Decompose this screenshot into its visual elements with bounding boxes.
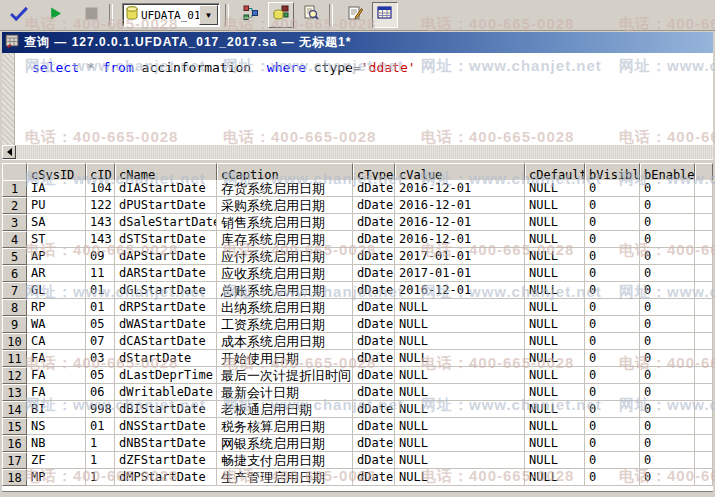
cell-bEnable[interactable]: 0 (640, 367, 695, 384)
cell-cDefault[interactable]: NULL (525, 282, 585, 299)
cell-bEnable[interactable]: 0 (640, 180, 695, 197)
row-number-cell[interactable]: 4 (2, 231, 27, 248)
cell-cType[interactable]: dDate (353, 299, 395, 316)
cell-cID[interactable]: 1 (86, 435, 115, 452)
cell-cDefault[interactable]: NULL (525, 452, 585, 469)
cell-cID[interactable]: 998 (86, 401, 115, 418)
cell-cType[interactable]: dDate (353, 248, 395, 265)
title-bar[interactable]: 查询 — 127.0.0.1.UFDATA_017_2017.sa — 无标题1… (2, 32, 713, 53)
cell-cSysID[interactable]: NS (27, 418, 86, 435)
cell-cDefault[interactable]: NULL (525, 231, 585, 248)
cell-cValue[interactable]: NULL (395, 299, 525, 316)
cell-cValue[interactable]: NULL (395, 435, 525, 452)
cell-cSysID[interactable]: BI (27, 401, 86, 418)
cell-cValue[interactable]: 2016-12-01 (395, 197, 525, 214)
cell-cID[interactable]: 01 (86, 299, 115, 316)
cell-cCaption[interactable]: 库存系统启用日期 (217, 231, 353, 248)
cell-cDefault[interactable]: NULL (525, 350, 585, 367)
cell-cCaption[interactable]: 采购系统启用日期 (217, 197, 353, 214)
results-hscrollbar[interactable] (2, 491, 713, 497)
cell-cValue[interactable]: 2017-01-01 (395, 265, 525, 282)
cell-cID[interactable]: 03 (86, 350, 115, 367)
cell-cValue[interactable]: NULL (395, 469, 525, 486)
cell-bVisible[interactable]: 0 (585, 299, 640, 316)
cell-bVisible[interactable]: 0 (585, 452, 640, 469)
cell-cID[interactable]: 1 (86, 469, 115, 486)
cell-cSysID[interactable]: AP (27, 248, 86, 265)
cell-cDefault[interactable]: NULL (525, 214, 585, 231)
cell-bEnable[interactable]: 0 (640, 384, 695, 401)
cell-bVisible[interactable]: 0 (585, 231, 640, 248)
cell-cType[interactable]: dDate (353, 384, 395, 401)
cell-cType[interactable]: dDate (353, 452, 395, 469)
cell-cName[interactable]: dSTStartDate (115, 231, 217, 248)
cell-cDefault[interactable]: NULL (525, 435, 585, 452)
cell-cDefault[interactable]: NULL (525, 418, 585, 435)
cancel-query-button[interactable] (78, 2, 104, 28)
cell-cType[interactable]: dDate (353, 418, 395, 435)
cell-cValue[interactable]: 2016-12-01 (395, 282, 525, 299)
cell-cType[interactable]: dDate (353, 367, 395, 384)
cell-cValue[interactable]: 2016-12-01 (395, 180, 525, 197)
execution-plan-button[interactable] (238, 2, 264, 28)
cell-cName[interactable]: dRPStartDate (115, 299, 217, 316)
cell-cID[interactable]: 122 (86, 197, 115, 214)
row-number-cell[interactable]: 1 (2, 180, 27, 197)
cell-cSysID[interactable]: CA (27, 333, 86, 350)
cell-cDefault[interactable]: NULL (525, 299, 585, 316)
cell-cType[interactable]: dDate (353, 333, 395, 350)
cell-bVisible[interactable]: 0 (585, 180, 640, 197)
cell-cID[interactable]: 143 (86, 231, 115, 248)
cell-cID[interactable]: 104 (86, 180, 115, 197)
cell-bEnable[interactable]: 0 (640, 469, 695, 486)
cell-cValue[interactable]: NULL (395, 367, 525, 384)
cell-cName[interactable]: dPUStartDate (115, 197, 217, 214)
cell-bEnable[interactable]: 0 (640, 248, 695, 265)
cell-cName[interactable]: dCAStartDate (115, 333, 217, 350)
cell-cID[interactable]: 143 (86, 214, 115, 231)
cell-cDefault[interactable]: NULL (525, 401, 585, 418)
cell-cName[interactable]: dWAStartDate (115, 316, 217, 333)
cell-cCaption[interactable]: 销售系统启用日期 (217, 214, 353, 231)
cell-cDefault[interactable]: NULL (525, 384, 585, 401)
cell-bVisible[interactable]: 0 (585, 197, 640, 214)
cell-bVisible[interactable]: 0 (585, 333, 640, 350)
cell-cName[interactable]: dNSStartDate (115, 418, 217, 435)
cell-cType[interactable]: dDate (353, 214, 395, 231)
cell-bVisible[interactable]: 0 (585, 401, 640, 418)
cell-cCaption[interactable]: 出纳系统启用日期 (217, 299, 353, 316)
cell-cType[interactable]: dDate (353, 401, 395, 418)
cell-cName[interactable]: dMPStartDate (115, 469, 217, 486)
cell-cDefault[interactable]: NULL (525, 248, 585, 265)
cell-cName[interactable]: dGLStartDate (115, 282, 217, 299)
sql-editor[interactable]: select * from accinformation where ctype… (2, 53, 713, 145)
execute-query-button[interactable] (42, 2, 68, 28)
cell-cCaption[interactable]: 成本系统启用日期 (217, 333, 353, 350)
row-number-cell[interactable]: 2 (2, 197, 27, 214)
cell-cType[interactable]: dDate (353, 282, 395, 299)
row-number-cell[interactable]: 17 (2, 452, 27, 469)
cell-cSysID[interactable]: ZF (27, 452, 86, 469)
cell-cCaption[interactable]: 最新会计日期 (217, 384, 353, 401)
object-browser-button[interactable] (268, 2, 294, 28)
cell-cSysID[interactable]: NB (27, 435, 86, 452)
row-number-cell[interactable]: 14 (2, 401, 27, 418)
cell-cDefault[interactable]: NULL (525, 316, 585, 333)
cell-cSysID[interactable]: FA (27, 367, 86, 384)
row-number-cell[interactable]: 7 (2, 282, 27, 299)
cell-cType[interactable]: dDate (353, 469, 395, 486)
row-number-cell[interactable]: 16 (2, 435, 27, 452)
cell-cCaption[interactable]: 存货系统启用日期 (217, 180, 353, 197)
cell-bEnable[interactable]: 0 (640, 214, 695, 231)
cell-cSysID[interactable]: MP (27, 469, 86, 486)
cell-cValue[interactable]: NULL (395, 401, 525, 418)
cell-bEnable[interactable]: 0 (640, 299, 695, 316)
cell-cName[interactable]: dNBStartDate (115, 435, 217, 452)
cell-cName[interactable]: dIAStartDate (115, 180, 217, 197)
cell-bVisible[interactable]: 0 (585, 316, 640, 333)
cell-bVisible[interactable]: 0 (585, 282, 640, 299)
cell-cCaption[interactable]: 应付系统启用日期 (217, 248, 353, 265)
row-number-cell[interactable]: 9 (2, 316, 27, 333)
cell-cValue[interactable]: 2016-12-01 (395, 231, 525, 248)
row-number-cell[interactable]: 15 (2, 418, 27, 435)
